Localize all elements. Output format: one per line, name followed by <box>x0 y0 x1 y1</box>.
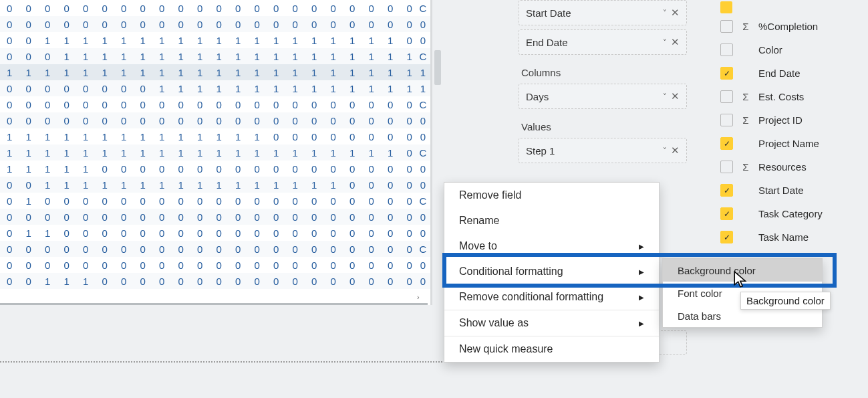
matrix-cell: 1 <box>19 147 39 159</box>
matrix-cell: 1 <box>152 35 172 46</box>
field-row[interactable]: ✓Task Category <box>720 202 861 225</box>
matrix-cell: 0 <box>324 195 343 207</box>
field-row[interactable]: ΣProject ID <box>720 108 861 132</box>
rows-well[interactable]: Start Date˅✕ <box>519 0 687 25</box>
field-checkbox[interactable]: ✓ <box>720 67 733 80</box>
field-checkbox[interactable]: ✓ <box>720 137 733 150</box>
field-row[interactable]: Color <box>720 38 861 62</box>
matrix-cell: 1 <box>19 131 39 142</box>
panel-collapse-handle[interactable] <box>434 50 441 85</box>
field-checkbox[interactable] <box>720 90 733 103</box>
field-row[interactable]: ✓Start Date <box>720 179 861 202</box>
matrix-cell: 0 <box>96 243 115 255</box>
matrix-cell: 1 <box>381 35 400 46</box>
matrix-cell: 1 <box>324 147 343 159</box>
matrix-cell: 1 <box>57 147 77 159</box>
rows-well[interactable]: End Date˅✕ <box>519 29 687 55</box>
matrix-cell: 0 <box>305 163 324 175</box>
matrix-cell: 0 <box>286 243 305 255</box>
matrix-cell: 0 <box>267 3 286 14</box>
matrix-cell: 1 <box>172 35 191 46</box>
matrix-cell: 1 <box>152 83 172 94</box>
matrix-cell: 1 <box>96 147 115 159</box>
field-checkbox[interactable]: ✓ <box>720 231 733 243</box>
columns-well[interactable]: Days˅✕ <box>519 84 687 109</box>
matrix-cell: 0 <box>134 115 153 126</box>
remove-field-icon[interactable]: ✕ <box>671 90 680 102</box>
context-menu-item[interactable]: Rename <box>444 208 659 233</box>
scroll-right-icon[interactable]: › <box>417 293 429 305</box>
context-menu-item[interactable]: Show value as▶ <box>444 310 659 336</box>
submenu-item[interactable]: Background color <box>663 259 822 282</box>
context-menu-item[interactable]: Remove conditional formatting▶ <box>444 284 659 310</box>
matrix-cell: 0 <box>305 211 324 223</box>
field-checkbox[interactable]: ✓ <box>720 207 733 220</box>
matrix-cell: 0 <box>114 260 134 271</box>
context-menu-item-label: Show value as <box>459 317 529 329</box>
matrix-cell: 1 <box>38 179 57 191</box>
context-menu-item[interactable]: Remove field <box>444 183 659 208</box>
field-context-menu[interactable]: Remove fieldRenameMove to▶Conditional fo… <box>444 182 660 363</box>
field-checkbox[interactable] <box>720 20 733 33</box>
matrix-cell: 1 <box>343 51 362 62</box>
matrix-cell: 0 <box>248 99 267 110</box>
matrix-cell: 0 <box>152 227 172 239</box>
matrix-cell: 0 <box>96 3 115 14</box>
field-name: %Completion <box>758 21 818 32</box>
remove-field-icon[interactable]: ✕ <box>671 7 680 19</box>
matrix-cell: 0 <box>38 260 57 271</box>
matrix-cell: 0 <box>324 276 343 287</box>
matrix-cell: 0 <box>419 131 427 142</box>
field-row[interactable]: Σ%Completion <box>720 15 861 38</box>
field-checkbox[interactable] <box>720 114 733 126</box>
field-checkbox[interactable] <box>720 161 733 173</box>
well-label: Step 1 <box>526 145 555 157</box>
matrix-cell: 0 <box>343 19 362 30</box>
matrix-cell: 0 <box>210 19 229 30</box>
matrix-cell: 0 <box>38 99 57 110</box>
field-row[interactable]: ✓Task Name <box>720 225 861 249</box>
matrix-cell: 1 <box>400 83 420 94</box>
context-menu-item[interactable]: New quick measure <box>444 336 659 362</box>
matrix-cell: 1 <box>362 35 382 46</box>
matrix-cell: 0 <box>229 195 248 207</box>
matrix-cell: 1 <box>248 67 267 78</box>
matrix-cell: C <box>419 243 427 255</box>
values-well[interactable]: Step 1˅✕ <box>519 138 687 163</box>
matrix-cell: 1 <box>210 131 229 142</box>
matrix-cell: 1 <box>114 147 134 159</box>
context-menu-item[interactable]: Conditional formatting▶ <box>444 259 659 284</box>
matrix-cell: 0 <box>114 195 134 207</box>
matrix-cell: 1 <box>286 179 305 191</box>
matrix-cell: 0 <box>134 195 153 207</box>
horizontal-scrollbar[interactable] <box>0 303 428 305</box>
chevron-down-icon[interactable]: ˅ <box>663 92 667 101</box>
field-row[interactable]: ✓Project Name <box>720 132 861 155</box>
chevron-down-icon[interactable]: ˅ <box>663 38 667 47</box>
matrix-cell: 0 <box>419 276 427 287</box>
matrix-cell: 0 <box>286 99 305 110</box>
matrix-cell: 0 <box>210 243 229 255</box>
matrix-cell: 0 <box>134 211 153 223</box>
matrix-cell: 0 <box>0 195 19 207</box>
context-menu-item[interactable]: Move to▶ <box>444 233 659 259</box>
field-row[interactable]: ΣEst. Costs <box>720 85 861 108</box>
remove-field-icon[interactable]: ✕ <box>671 36 680 48</box>
chevron-down-icon[interactable]: ˅ <box>663 146 667 155</box>
matrix-cell: 0 <box>381 260 400 271</box>
field-checkbox[interactable] <box>720 43 733 56</box>
field-row[interactable]: ΣResources <box>720 155 861 179</box>
matrix-cell: 0 <box>248 195 267 207</box>
matrix-cell: 1 <box>286 83 305 94</box>
chevron-down-icon[interactable]: ˅ <box>663 9 667 17</box>
matrix-cell: 0 <box>38 51 57 62</box>
matrix-cell: 0 <box>343 195 362 207</box>
field-checkbox[interactable]: ✓ <box>720 184 733 197</box>
matrix-cell: 0 <box>343 3 362 14</box>
remove-field-icon[interactable]: ✕ <box>671 144 680 157</box>
matrix-cell: 0 <box>190 227 210 239</box>
matrix-cell: 0 <box>324 211 343 223</box>
matrix-cell: 0 <box>134 276 153 287</box>
context-menu-item-label: Remove field <box>459 189 521 201</box>
field-row[interactable]: ✓End Date <box>720 62 861 85</box>
